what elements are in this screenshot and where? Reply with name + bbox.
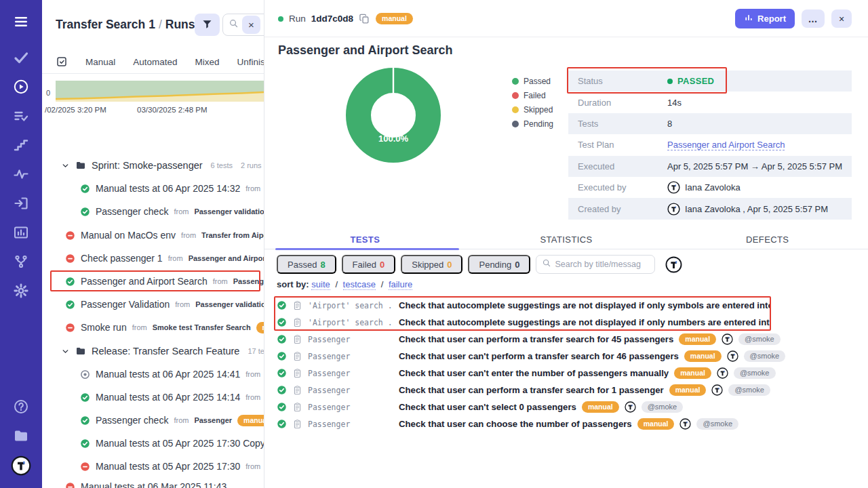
- more-button[interactable]: …: [802, 9, 825, 28]
- tab-statistics[interactable]: STATISTICS: [466, 230, 667, 249]
- close-run-button[interactable]: ×: [831, 9, 852, 28]
- failed-icon: [65, 482, 75, 488]
- filter-pending-button[interactable]: Pending0: [468, 255, 530, 274]
- filter-skipped-button[interactable]: Skipped0: [401, 255, 462, 274]
- detail-label: Created by: [568, 204, 667, 214]
- test-title[interactable]: Check that user can't perform a transfer…: [399, 351, 679, 361]
- tree-run-item[interactable]: Manual tests at 06 Apr 2025 14:14fromPas…: [42, 388, 264, 406]
- tree-run-item[interactable]: Passenger and Airport SearchfromPassenge…: [42, 272, 264, 290]
- test-title[interactable]: Check that user can choose the number of…: [399, 419, 632, 429]
- smoke-tag[interactable]: @smoke: [734, 367, 776, 379]
- test-row[interactable]: PassengerCheck that user can choose the …: [277, 415, 868, 432]
- tree-run-item[interactable]: Manual on MacOs envfromTransfer from Aip…: [42, 226, 264, 244]
- play-circle-icon[interactable]: [13, 79, 29, 95]
- tree-run-item[interactable]: Manual tests at 05 Apr 2025 17:30fromTra…: [42, 458, 264, 475]
- sort-by-testcase-link[interactable]: testcase: [343, 279, 376, 290]
- report-button[interactable]: Report: [735, 9, 795, 28]
- tree-run-item[interactable]: Manual tests at 06 Apr 2025 14:41fromTra…: [42, 365, 264, 383]
- tab-defects[interactable]: DEFECTS: [667, 230, 868, 249]
- tree-run-item[interactable]: Manual tests at 05 Apr 2025 17:30 Copy: [42, 434, 264, 452]
- filter-count: 0: [447, 260, 452, 270]
- breadcrumb-page[interactable]: Runs: [165, 18, 195, 31]
- smoke-tag[interactable]: @smoke: [728, 384, 770, 396]
- bar-chart-icon[interactable]: [13, 224, 29, 241]
- detail-value: PASSED: [667, 76, 714, 86]
- donut-legend: PassedFailedSkippedPending: [512, 77, 553, 134]
- user-avatar-icon[interactable]: [665, 256, 682, 273]
- chevron-down-icon[interactable]: [61, 161, 70, 170]
- test-plan-link[interactable]: Passenger and Airport Search: [667, 140, 785, 150]
- tab-tests[interactable]: TESTS: [264, 230, 466, 249]
- run-detail-panel: Run 1dd7c0d8 manual Report … × Passenger…: [264, 0, 868, 488]
- user-avatar-icon: [722, 333, 733, 345]
- passed-icon: [65, 300, 75, 310]
- test-title[interactable]: Check that user can perform a transfer s…: [399, 334, 673, 344]
- tree-run-item[interactable]: Passenger checkfromPassenger validationm…: [42, 203, 264, 220]
- activity-icon[interactable]: [13, 166, 29, 182]
- test-title[interactable]: Check that autocomplete suggestings are …: [399, 317, 771, 327]
- steps-icon[interactable]: [13, 137, 29, 153]
- smoke-tag[interactable]: @smoke: [642, 401, 684, 413]
- tree-run-item[interactable]: Check passenger 1fromPassenger and Airpo…: [42, 249, 264, 267]
- testcase-icon: [292, 385, 302, 395]
- search-close-button[interactable]: ×: [242, 16, 260, 34]
- list-check-icon[interactable]: [13, 108, 29, 124]
- copy-icon[interactable]: [359, 13, 370, 24]
- tree-run-item[interactable]: Manual tests at 06 Apr 2025 14:32fromPas…: [42, 180, 264, 197]
- test-row[interactable]: PassengerCheck that user can't select 0 …: [277, 399, 868, 415]
- check-icon[interactable]: [13, 49, 29, 66]
- runs-tab-unfinished[interactable]: Unfinished: [237, 57, 264, 67]
- tree-run-item[interactable]: Smoke runfromSmoke test Transfer Searchm…: [42, 319, 264, 336]
- detail-value: Passenger and Airport Search: [667, 140, 785, 150]
- test-row[interactable]: 'Airport' search ...Check that autocompl…: [277, 297, 771, 314]
- sort-by-suite-link[interactable]: suite: [311, 279, 330, 290]
- runs-history-chart: [56, 76, 264, 103]
- filter-failed-button[interactable]: Failed0: [342, 255, 396, 274]
- test-title[interactable]: Check that user can't select 0 passenger…: [399, 402, 576, 412]
- sign-in-icon[interactable]: [13, 195, 29, 211]
- detail-label: Duration: [568, 98, 667, 108]
- runs-tab-automated[interactable]: Automated: [133, 57, 177, 67]
- chevron-down-icon[interactable]: [61, 347, 70, 356]
- test-row[interactable]: PassengerCheck that user can perform a t…: [277, 382, 868, 399]
- folder-icon[interactable]: [13, 428, 29, 444]
- tree-run-source: Passenger validation: [194, 207, 264, 216]
- smoke-tag[interactable]: @smoke: [696, 418, 738, 430]
- user-avatar-icon: [625, 401, 636, 413]
- test-row[interactable]: PassengerCheck that user can't perform a…: [277, 348, 868, 365]
- tree-run-item[interactable]: Passenger ValidationfromPassenger valida…: [42, 296, 264, 313]
- test-row[interactable]: PassengerCheck that user can't enter the…: [277, 365, 868, 382]
- breadcrumb-project[interactable]: Transfer Search 1: [56, 18, 155, 31]
- runs-tab-manual[interactable]: Manual: [85, 57, 115, 67]
- tree-run-label: Manual on MacOs env: [81, 230, 176, 241]
- tree-run-item[interactable]: Passenger checkfromPassengermanual6: [42, 411, 264, 429]
- tree-folder-item[interactable]: Sprint: Smoke-passenger6 tests2 runs: [42, 157, 264, 174]
- gear-icon[interactable]: [13, 283, 29, 299]
- test-title[interactable]: Check that user can perform a transfer s…: [399, 385, 664, 395]
- help-icon[interactable]: [13, 399, 29, 415]
- logo-icon[interactable]: [11, 455, 31, 476]
- runs-tab-mixed[interactable]: Mixed: [195, 57, 220, 67]
- filter-button[interactable]: [195, 14, 220, 36]
- test-title[interactable]: Check that user can't enter the number o…: [399, 368, 669, 378]
- filter-passed-button[interactable]: Passed8: [277, 255, 336, 274]
- test-row[interactable]: PassengerCheck that user can perform a t…: [277, 331, 868, 348]
- tree-run-item[interactable]: Manual tests at 06 Mar 2025 11:43: [42, 478, 264, 488]
- tree-folder-item[interactable]: Release: Transfer Search Feature17 tests…: [42, 342, 264, 360]
- tree-run-label: Manual tests at 05 Apr 2025 17:30 Copy: [96, 438, 264, 449]
- sort-by-failure-link[interactable]: failure: [389, 279, 412, 290]
- user-name: Iana Zavoloka , Apr 5, 2025 5:57 PM: [685, 204, 828, 214]
- tree-run-source: Passenger validation: [195, 300, 264, 308]
- tree-run-from: from: [174, 207, 189, 216]
- report-bars-icon: [744, 13, 753, 24]
- branch-icon[interactable]: [13, 253, 29, 270]
- detail-label: Test Plan: [568, 140, 667, 150]
- select-all-icon[interactable]: [56, 56, 68, 68]
- tests-search-input[interactable]: [555, 260, 650, 269]
- test-row[interactable]: 'Airport' search ...Check that autocompl…: [277, 314, 771, 331]
- smoke-tag[interactable]: @smoke: [744, 350, 786, 362]
- menu-icon[interactable]: [13, 14, 29, 30]
- tests-search-box[interactable]: [536, 255, 655, 274]
- test-title[interactable]: Check that autocomplete suggestings are …: [399, 300, 771, 310]
- smoke-tag[interactable]: @smoke: [738, 333, 781, 345]
